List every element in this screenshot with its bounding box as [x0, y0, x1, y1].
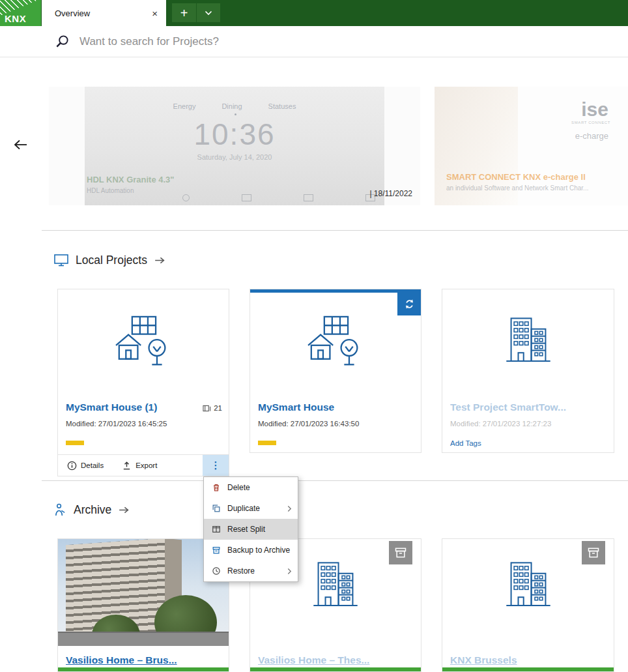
reset-split-icon	[212, 525, 221, 534]
building-project-icon	[502, 560, 555, 611]
export-icon	[122, 461, 132, 471]
count-value: 21	[214, 404, 222, 412]
project-modified: Modified: 27/01/2023 16:45:25	[66, 420, 167, 428]
archive-box-icon	[394, 546, 407, 559]
tab-title: Overview	[55, 8, 90, 18]
details-label: Details	[81, 461, 104, 469]
tab-list-button[interactable]	[197, 3, 220, 22]
news-published-date: | 18/11/2022	[369, 189, 412, 198]
kebab-icon: ⋮	[211, 460, 221, 471]
section-divider	[42, 480, 628, 481]
ise-logo-subtext: SMART CONNECT	[571, 121, 610, 124]
menu-label: Reset Split	[227, 525, 265, 534]
archive-status-bar	[250, 667, 421, 671]
arrow-right-icon[interactable]	[119, 506, 130, 514]
building-project-icon	[309, 560, 362, 611]
news-photo: Energy Dining Statuses 10:36 Saturday, J…	[85, 87, 384, 205]
menu-label: Duplicate	[227, 504, 260, 513]
top-bar: KNX Overview × +	[0, 0, 628, 26]
news-subtitle: HDL Automation	[87, 187, 134, 194]
archive-status-bar	[58, 667, 229, 671]
panel-label: Statuses	[268, 102, 296, 110]
panel-icons-row	[182, 194, 375, 201]
section-title: Archive	[74, 503, 111, 517]
news-title: SMART CONNECT KNX e-charge II	[446, 172, 586, 182]
sync-icon	[403, 298, 416, 310]
photo-road	[58, 633, 229, 646]
project-title[interactable]: Test Project SmartTow...	[450, 402, 566, 413]
arrow-left-icon	[14, 139, 28, 150]
arrow-right-icon[interactable]	[154, 257, 165, 264]
project-card-actions: Details Export ⋮	[58, 454, 229, 476]
project-title[interactable]: MySmart House (1)	[66, 402, 157, 413]
project-card[interactable]: MySmart House (1) 21 Modified: 27/01/202…	[57, 289, 229, 476]
project-title[interactable]: MySmart House	[258, 402, 334, 413]
trash-icon	[212, 483, 221, 492]
menu-item-restore[interactable]: Restore	[204, 561, 298, 581]
archive-person-icon	[54, 503, 66, 517]
panel-label: Energy	[173, 102, 196, 110]
project-card[interactable]: MySmart House Modified: 27/01/2023 16:43…	[250, 289, 421, 453]
grid-icon	[304, 194, 313, 201]
project-modified: Modified: 27/01/2023 12:27:23	[450, 420, 551, 428]
archive-header: Archive	[54, 503, 130, 517]
archive-project-title[interactable]: Vasilios Home – Thes...	[258, 654, 369, 666]
house-project-icon	[111, 315, 176, 369]
carousel-back-button[interactable]	[14, 139, 28, 152]
news-panel-labels: Energy Dining Statuses	[85, 102, 384, 110]
progress-bar	[258, 441, 276, 445]
chevron-right-icon	[287, 505, 292, 512]
menu-label: Restore	[227, 566, 255, 576]
archive-project-card[interactable]: KNX Brussels	[442, 538, 614, 672]
project-card[interactable]: Test Project SmartTow... Modified: 27/01…	[442, 289, 614, 453]
app-window: KNX Overview × + Energy Dining	[0, 0, 628, 672]
info-icon	[67, 461, 77, 471]
news-subtitle: an individual Software and Network Smart…	[446, 184, 588, 192]
context-menu: Delete Duplicate Reset Split Backup to A…	[203, 476, 298, 582]
building-project-icon	[502, 315, 555, 366]
monitor-icon	[54, 254, 68, 267]
close-icon[interactable]: ×	[152, 8, 158, 18]
section-title: Local Projects	[76, 254, 147, 267]
tab-overview[interactable]: Overview ×	[42, 0, 166, 26]
search-input[interactable]	[79, 29, 589, 55]
product-label: e-charge	[575, 131, 608, 141]
plus-icon: +	[180, 7, 188, 20]
archive-project-title[interactable]: KNX Brussels	[450, 654, 517, 666]
more-options-button[interactable]: ⋮	[203, 455, 229, 476]
menu-item-delete[interactable]: Delete	[204, 477, 298, 498]
knx-logo[interactable]: KNX	[0, 0, 41, 26]
menu-item-reset-split[interactable]: Reset Split	[204, 519, 298, 540]
news-card-ise[interactable]: ise SMART CONNECT e-charge SMART CONNECT…	[435, 87, 628, 205]
export-label: Export	[136, 461, 157, 469]
progress-bar	[66, 441, 84, 445]
menu-label: Backup to Archive	[227, 546, 290, 555]
section-divider	[42, 230, 628, 231]
duplicate-icon	[212, 504, 221, 513]
ise-logo: ise	[581, 100, 608, 119]
chevron-down-icon	[205, 10, 212, 16]
archive-box-icon	[587, 546, 600, 559]
chevron-right-icon	[287, 568, 292, 575]
export-button[interactable]: Export	[122, 461, 157, 471]
search-icon	[55, 34, 70, 49]
local-projects-header: Local Projects	[54, 254, 165, 267]
selected-indicator	[250, 289, 421, 293]
panel-label: Dining	[221, 102, 242, 110]
archive-project-title[interactable]: Vasilios Home – Brus...	[66, 654, 177, 666]
new-tab-button[interactable]: +	[172, 3, 196, 22]
archived-badge	[582, 541, 605, 564]
lamp-icon	[182, 194, 190, 201]
news-title: HDL KNX Granite 4.3"	[87, 175, 175, 184]
house-project-icon	[303, 315, 368, 369]
menu-label: Delete	[227, 483, 250, 492]
panel-date: Saturday, July 14, 2020	[85, 153, 384, 161]
news-card-hdl[interactable]: Energy Dining Statuses 10:36 Saturday, J…	[49, 87, 420, 205]
menu-item-backup-to-archive[interactable]: Backup to Archive	[204, 540, 298, 561]
details-button[interactable]: Details	[67, 461, 104, 471]
menu-item-duplicate[interactable]: Duplicate	[204, 498, 298, 519]
search-bar	[0, 26, 628, 57]
panel-clock: 10:36	[85, 117, 384, 152]
archived-badge	[389, 541, 412, 564]
add-tags-link[interactable]: Add Tags	[450, 439, 481, 447]
